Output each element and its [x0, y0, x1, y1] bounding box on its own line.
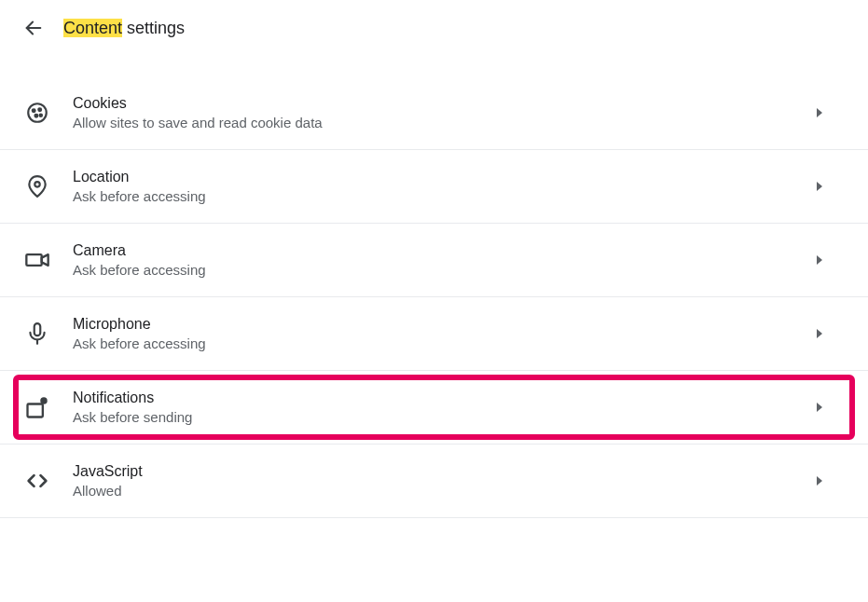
- svg-marker-14: [817, 329, 822, 338]
- row-title: JavaScript: [73, 463, 810, 480]
- svg-marker-8: [817, 182, 822, 191]
- svg-point-16: [40, 397, 47, 404]
- svg-marker-11: [817, 255, 822, 265]
- chevron-right-icon: [810, 329, 829, 338]
- svg-point-3: [38, 108, 41, 111]
- svg-point-1: [28, 103, 47, 122]
- notifications-icon: [22, 392, 52, 422]
- row-content: Microphone Ask before accessing: [73, 316, 810, 351]
- setting-row-camera[interactable]: Camera Ask before accessing: [0, 223, 868, 296]
- row-content: JavaScript Allowed: [73, 463, 810, 499]
- row-content: Notifications Ask before sending: [73, 390, 810, 425]
- row-content: Cookies Allow sites to save and read coo…: [73, 95, 810, 130]
- svg-marker-6: [817, 108, 822, 117]
- row-title: Cookies: [73, 95, 810, 112]
- chevron-right-icon: [810, 476, 829, 486]
- row-subtitle: Ask before accessing: [73, 335, 810, 351]
- row-subtitle: Ask before accessing: [73, 188, 810, 204]
- title-highlighted: Content: [63, 19, 122, 37]
- row-subtitle: Allowed: [73, 483, 810, 499]
- row-title: Location: [73, 169, 810, 185]
- setting-row-javascript[interactable]: JavaScript Allowed: [0, 444, 868, 518]
- arrow-left-icon: [23, 18, 44, 38]
- setting-row-location[interactable]: Location Ask before accessing: [0, 149, 868, 223]
- setting-row-cookies[interactable]: Cookies Allow sites to save and read coo…: [0, 76, 868, 149]
- row-subtitle: Ask before sending: [73, 409, 810, 425]
- chevron-right-icon: [810, 403, 829, 412]
- back-button[interactable]: [22, 17, 45, 39]
- row-subtitle: Allow sites to save and read cookie data: [73, 115, 810, 130]
- chevron-right-icon: [810, 255, 829, 265]
- page-header: Content settings: [0, 0, 868, 76]
- row-subtitle: Ask before accessing: [73, 262, 810, 278]
- row-content: Location Ask before accessing: [73, 169, 810, 204]
- row-title: Microphone: [73, 316, 810, 333]
- svg-point-2: [33, 109, 35, 112]
- row-content: Camera Ask before accessing: [73, 242, 810, 278]
- setting-row-microphone[interactable]: Microphone Ask before accessing: [0, 296, 868, 370]
- camera-icon: [22, 245, 52, 275]
- microphone-icon: [22, 319, 52, 349]
- chevron-right-icon: [810, 182, 829, 191]
- svg-marker-10: [42, 254, 48, 266]
- row-title: Notifications: [73, 390, 810, 406]
- location-icon: [22, 171, 52, 201]
- page-title: Content settings: [63, 19, 185, 38]
- title-rest: settings: [122, 19, 185, 37]
- svg-point-7: [34, 182, 39, 186]
- svg-rect-12: [34, 323, 41, 335]
- svg-rect-15: [28, 404, 43, 417]
- svg-point-5: [40, 115, 42, 116]
- row-title: Camera: [73, 242, 810, 259]
- code-icon: [22, 466, 52, 496]
- svg-rect-9: [26, 254, 41, 266]
- svg-marker-17: [817, 403, 822, 412]
- settings-list: Cookies Allow sites to save and read coo…: [0, 76, 868, 518]
- cookie-icon: [22, 98, 52, 128]
- svg-marker-18: [817, 476, 822, 486]
- chevron-right-icon: [810, 108, 829, 117]
- setting-row-notifications[interactable]: Notifications Ask before sending: [0, 370, 868, 444]
- svg-point-4: [35, 115, 38, 117]
